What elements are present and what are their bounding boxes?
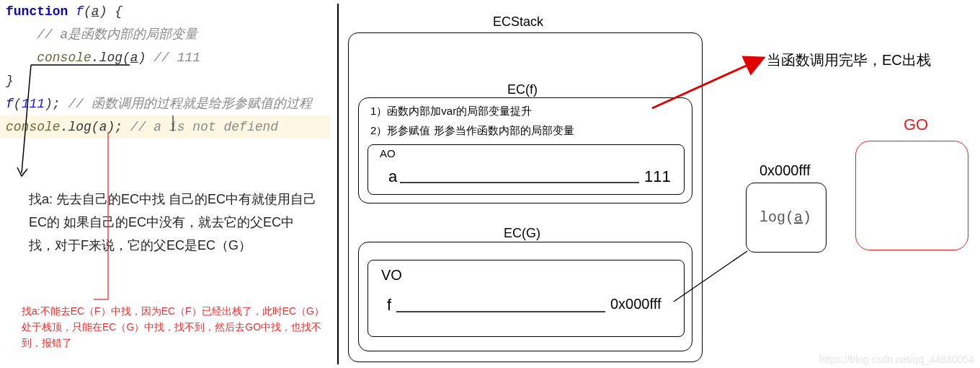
console-obj: console bbox=[37, 51, 92, 65]
go-box bbox=[855, 141, 968, 250]
comment-111: // 111 bbox=[146, 51, 200, 65]
call-open: ( bbox=[14, 97, 22, 111]
code-line-5: f(111); // 函数调用的过程就是给形参赋值的过程 bbox=[0, 92, 337, 115]
kw-function: function bbox=[6, 4, 68, 19]
ecf-note2: 2）形参赋值 形参当作函数内部的局部变量 bbox=[368, 124, 577, 138]
go-label: GO bbox=[901, 115, 931, 134]
code-line-1: function f(a) { bbox=[0, 0, 337, 23]
heap-content: log(a) bbox=[757, 209, 814, 226]
dot-log: .log( bbox=[92, 51, 130, 65]
log2-close: ); bbox=[107, 120, 122, 134]
param-a: a bbox=[92, 4, 99, 19]
ecf-note1: 1）函数内部加var的局部变量提升 bbox=[368, 105, 535, 118]
ao-var-a: a bbox=[386, 167, 400, 186]
code-line-3: console.log(a) // 111 bbox=[0, 46, 337, 69]
code-line-6: console.log(a); // a is not defiend bbox=[0, 115, 330, 139]
vo-var-f: f bbox=[384, 296, 394, 315]
heap-arg-a: a bbox=[794, 209, 803, 226]
dot-log2: .log( bbox=[61, 120, 99, 134]
paren-open: ( bbox=[84, 4, 92, 19]
watermark: https://blog.csdn.net/qq_44830054 bbox=[819, 354, 974, 365]
code-line-4: } bbox=[0, 69, 337, 92]
log-close: ) bbox=[138, 51, 146, 65]
explain-scope-chain: 找a: 先去自己的EC中找 自己的EC中有就使用自己EC的 如果自己的EC中没有… bbox=[29, 188, 317, 257]
ecstack-label: ECStack bbox=[490, 14, 546, 30]
code-line-2: // a是函数内部的局部变量 bbox=[0, 23, 337, 46]
code-area: function f(a) { // a是函数内部的局部变量 console.l… bbox=[0, 0, 337, 368]
paren-close: ) { bbox=[99, 4, 122, 19]
vo-label: VO bbox=[378, 267, 405, 284]
ecf-label: EC(f) bbox=[504, 82, 540, 97]
log-arg-a: a bbox=[130, 51, 138, 65]
call-close: ); bbox=[45, 97, 61, 111]
comment-local-var: // a是函数内部的局部变量 bbox=[37, 27, 197, 42]
heap-address: 0x000fff bbox=[757, 162, 813, 179]
console-obj2: console bbox=[6, 120, 61, 134]
ao-label: AO bbox=[377, 147, 398, 159]
diagram-area: ECStack EC(f) 1）函数内部加var的局部变量提升 2）形参赋值 形… bbox=[342, 0, 976, 368]
call-num: 111 bbox=[22, 97, 45, 111]
arrow-annotation: 当函数调用完毕，EC出栈 bbox=[764, 51, 934, 70]
heap-close: ) bbox=[803, 209, 811, 226]
ao-val-111: 111 bbox=[641, 167, 674, 186]
heap-log: log( bbox=[760, 209, 794, 226]
fn-name: f bbox=[68, 4, 84, 19]
ao-box bbox=[368, 144, 685, 195]
explain-error: 找a:不能去EC（F）中找，因为EC（F）已经出栈了，此时EC（G）处于栈顶，只… bbox=[22, 303, 324, 351]
ecg-label: EC(G) bbox=[501, 226, 543, 241]
call-comment: // 函数调用的过程就是给形参赋值的过程 bbox=[61, 97, 312, 111]
log2-arg: a bbox=[99, 120, 107, 134]
vo-val-addr: 0x000fff bbox=[607, 296, 664, 312]
vertical-divider bbox=[337, 4, 339, 364]
call-f: f bbox=[6, 97, 14, 111]
comment-notdef: // a is not defiend bbox=[122, 120, 278, 134]
